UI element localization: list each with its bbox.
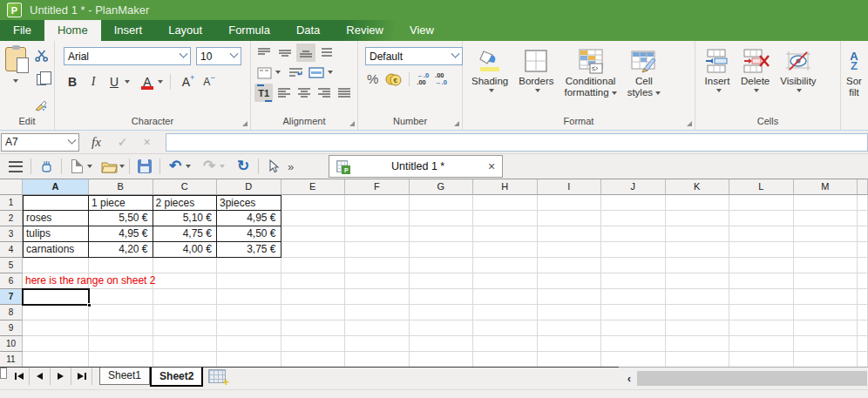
- cell-C9[interactable]: [153, 320, 218, 336]
- add-decimal-button[interactable]: ←.0.00: [417, 72, 429, 85]
- visibility-button[interactable]: Visibility: [775, 45, 821, 115]
- cell-I5[interactable]: [538, 258, 602, 273]
- cell-G2[interactable]: [410, 211, 474, 226]
- fx-insert-function-button[interactable]: fx: [92, 135, 101, 150]
- cell-K3[interactable]: [666, 226, 730, 242]
- bold-button[interactable]: B: [62, 71, 83, 92]
- font-size-select[interactable]: 10: [196, 47, 241, 65]
- cell-overflow8[interactable]: [858, 305, 868, 320]
- cell-B1[interactable]: 1 piece: [89, 195, 153, 211]
- menu-tab-formula[interactable]: Formula: [215, 20, 283, 41]
- formula-input[interactable]: [166, 133, 868, 152]
- menu-tab-view[interactable]: View: [397, 20, 447, 41]
- underline-dropdown-arrow[interactable]: [125, 80, 130, 86]
- paste-dropdown-arrow[interactable]: [13, 79, 18, 85]
- cell-G11[interactable]: [410, 352, 474, 367]
- cell-L2[interactable]: [729, 211, 794, 226]
- cell-M3[interactable]: [794, 226, 858, 242]
- cell-K9[interactable]: [666, 320, 730, 336]
- cell-F11[interactable]: [345, 352, 410, 367]
- row-header-7[interactable]: 7: [0, 289, 23, 305]
- next-sheet-button[interactable]: [51, 368, 71, 385]
- column-header-C[interactable]: C: [153, 179, 218, 195]
- cell-reference-box[interactable]: A7: [1, 133, 79, 152]
- cell-A10[interactable]: [23, 336, 89, 352]
- cell-G9[interactable]: [410, 320, 474, 336]
- cell-A6[interactable]: here is the range on sheet 2: [23, 273, 89, 289]
- cell-F9[interactable]: [345, 320, 410, 336]
- font-color-button[interactable]: A: [137, 71, 158, 92]
- cell-L4[interactable]: [729, 242, 794, 258]
- cell-E6[interactable]: [281, 273, 346, 289]
- scroll-left-icon[interactable]: ‹: [621, 372, 637, 385]
- cell-H11[interactable]: [473, 352, 538, 367]
- cell-E2[interactable]: [281, 211, 346, 226]
- cell-E11[interactable]: [281, 352, 346, 367]
- tab-split-handle[interactable]: [0, 368, 7, 379]
- format-painter-button[interactable]: [31, 96, 51, 113]
- cell-G5[interactable]: [410, 258, 474, 273]
- insert-cells-dropdown-arrow[interactable]: [716, 89, 722, 95]
- align-bottom-button[interactable]: [296, 44, 315, 62]
- borders-dropdown-arrow[interactable]: [535, 89, 540, 95]
- cell-G3[interactable]: [410, 226, 474, 242]
- cell-M8[interactable]: [794, 305, 858, 320]
- previous-sheet-button[interactable]: [30, 368, 51, 385]
- cell-I6[interactable]: [538, 273, 602, 289]
- cut-button[interactable]: [31, 46, 51, 64]
- cell-overflow11[interactable]: [858, 352, 868, 367]
- cell-K4[interactable]: [666, 242, 730, 258]
- cell-M2[interactable]: [794, 211, 858, 226]
- cell-overflow7[interactable]: [858, 289, 868, 305]
- column-header-A[interactable]: A: [23, 179, 89, 195]
- cell-M5[interactable]: [794, 258, 858, 273]
- shrink-font-button[interactable]: A−: [199, 71, 220, 92]
- cell-L7[interactable]: [729, 289, 794, 305]
- menu-tab-layout[interactable]: Layout: [155, 20, 215, 41]
- character-dialog-launcher[interactable]: [242, 121, 248, 126]
- cell-D2[interactable]: 4,95 €: [217, 211, 281, 226]
- cell-A2[interactable]: roses: [23, 211, 89, 226]
- cell-overflow5[interactable]: [858, 258, 868, 273]
- currency-format-button[interactable]: €: [384, 72, 402, 86]
- cell-F1[interactable]: [345, 195, 410, 211]
- document-tab[interactable]: Untitled 1 * ×: [329, 155, 503, 178]
- open-document-button[interactable]: [99, 157, 119, 176]
- select-all-corner[interactable]: [0, 179, 23, 195]
- merge-cells-button[interactable]: [307, 64, 326, 82]
- cell-L5[interactable]: [729, 258, 794, 273]
- cell-D1[interactable]: 3pieces: [217, 195, 281, 211]
- cell-K7[interactable]: [666, 289, 730, 305]
- shading-button[interactable]: Shading: [466, 45, 513, 115]
- new-document-dropdown-arrow[interactable]: [87, 165, 92, 171]
- cell-C2[interactable]: 5,10 €: [153, 211, 218, 226]
- shading-dropdown-arrow[interactable]: [489, 89, 494, 95]
- cell-B8[interactable]: [89, 305, 153, 320]
- column-header-J[interactable]: J: [601, 179, 666, 195]
- delete-cells-button[interactable]: Delete: [736, 45, 775, 115]
- align-right-button[interactable]: [315, 84, 334, 102]
- cell-D10[interactable]: [217, 336, 281, 352]
- justify-button[interactable]: [336, 84, 354, 102]
- cell-H6[interactable]: [473, 273, 538, 289]
- cell-K5[interactable]: [666, 258, 730, 273]
- cell-H8[interactable]: [473, 305, 538, 320]
- cell-overflow10[interactable]: [858, 336, 868, 352]
- cell-K10[interactable]: [666, 336, 730, 352]
- cell-H9[interactable]: [473, 320, 538, 336]
- open-document-dropdown-arrow[interactable]: [119, 165, 125, 171]
- cell-C8[interactable]: [153, 305, 218, 320]
- sheet-tab-sheet2[interactable]: Sheet2: [150, 368, 203, 387]
- number-dialog-launcher[interactable]: [454, 121, 459, 126]
- redo-dropdown-arrow[interactable]: [220, 165, 225, 171]
- align-middle-button[interactable]: [275, 44, 295, 62]
- cell-D11[interactable]: [217, 352, 281, 367]
- column-header-M[interactable]: M: [794, 179, 858, 195]
- cell-I10[interactable]: [538, 336, 602, 352]
- cell-J6[interactable]: [601, 273, 666, 289]
- cell-M7[interactable]: [794, 289, 858, 305]
- cell-E4[interactable]: [281, 242, 346, 258]
- cell-L3[interactable]: [729, 226, 794, 242]
- recalculate-button[interactable]: ↻: [234, 157, 253, 176]
- remove-decimal-button[interactable]: .00→.0: [435, 72, 447, 85]
